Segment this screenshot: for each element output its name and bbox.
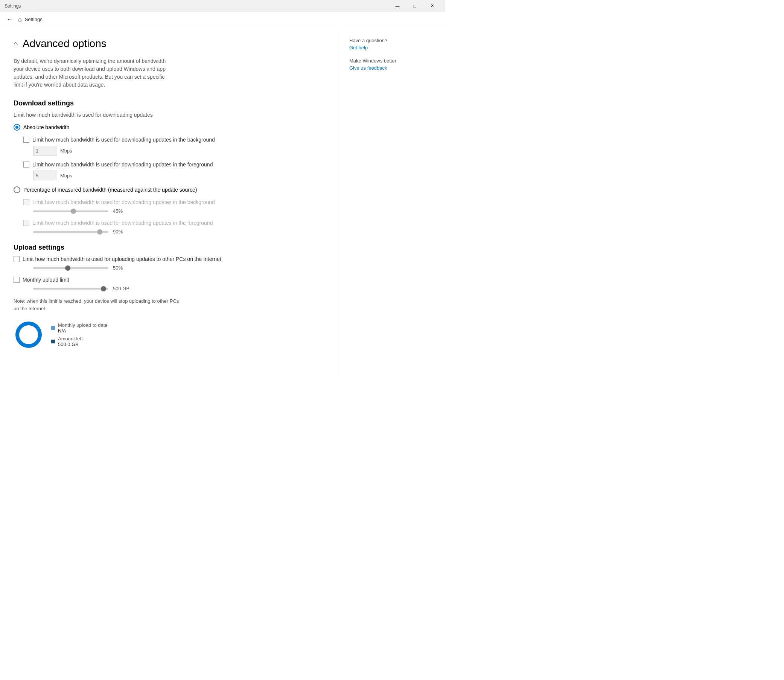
- sidebar-question: Have a question?: [349, 38, 436, 43]
- upload-heading: Upload settings: [14, 244, 326, 252]
- legend-amount: Amount left 500.0 GB: [51, 336, 108, 347]
- upload-slider-thumb[interactable]: [65, 266, 71, 271]
- legend-monthly: Monthly upload to date N/A: [51, 322, 108, 334]
- upload-value: 50%: [113, 265, 123, 271]
- monthly-slider-row: 500 GB: [33, 286, 326, 291]
- background-value-input[interactable]: [33, 146, 57, 156]
- foreground-unit: Mbps: [60, 173, 72, 178]
- upload-slider-track[interactable]: [33, 267, 108, 269]
- pct-foreground-slider-track[interactable]: [33, 231, 108, 233]
- pct-foreground-slider-thumb[interactable]: [97, 229, 102, 235]
- background-input-row: Mbps: [33, 146, 326, 156]
- page-title-row: ⌂ Advanced options: [14, 38, 326, 50]
- titlebar-title: Settings: [5, 3, 389, 9]
- main-layout: ⌂ Advanced options By default, we're dyn…: [0, 27, 445, 376]
- download-label: Limit how much bandwidth is used for dow…: [14, 112, 326, 118]
- upload-settings-section: Upload settings Limit how much bandwidth…: [14, 244, 326, 350]
- radio-percentage[interactable]: Percentage of measured bandwidth (measur…: [14, 186, 326, 193]
- pct-background-value: 45%: [113, 208, 123, 214]
- donut-area: Monthly upload to date N/A Amount left 5…: [14, 320, 326, 350]
- home-nav-icon[interactable]: ⌂: [18, 16, 22, 23]
- pct-checkbox-foreground[interactable]: Limit how much bandwidth is used for dow…: [24, 220, 326, 226]
- maximize-button[interactable]: □: [406, 0, 423, 12]
- monthly-slider-area: 500 GB: [33, 286, 326, 291]
- back-button[interactable]: ←: [5, 14, 15, 25]
- foreground-input-row: Mbps: [33, 170, 326, 180]
- radio-percentage-label: Percentage of measured bandwidth (measur…: [24, 187, 197, 193]
- pct-background-slider-track[interactable]: [33, 211, 108, 212]
- checkbox-monthly-box[interactable]: [14, 277, 20, 283]
- pct-background-slider-row: 45%: [33, 208, 326, 214]
- checkbox-background-box[interactable]: [24, 137, 29, 143]
- pct-background-slider-thumb[interactable]: [71, 209, 76, 214]
- titlebar: Settings — □ ✕: [0, 0, 445, 12]
- monthly-slider-track[interactable]: [33, 288, 108, 290]
- checkbox-upload-box[interactable]: [14, 256, 20, 262]
- checkbox-background-label: Limit how much bandwidth is used for dow…: [32, 137, 215, 143]
- legend-items: Monthly upload to date N/A Amount left 5…: [51, 322, 108, 347]
- checkbox-monthly[interactable]: Monthly upload limit: [14, 277, 326, 283]
- radio-percentage-circle: [14, 186, 20, 193]
- legend-amount-text: Amount left 500.0 GB: [58, 336, 83, 347]
- svg-point-0: [17, 323, 40, 346]
- pct-checkbox-background-label: Limit how much bandwidth is used for dow…: [32, 199, 215, 205]
- legend-amount-dot: [51, 340, 55, 343]
- checkbox-foreground-box[interactable]: [24, 162, 29, 168]
- pct-background-slider-area: 45%: [33, 208, 326, 214]
- legend-monthly-value: N/A: [58, 328, 108, 334]
- checkbox-upload-label: Limit how much bandwidth is used for upl…: [23, 256, 221, 262]
- upload-slider-area: 50%: [33, 265, 326, 271]
- legend-monthly-text: Monthly upload to date N/A: [58, 322, 108, 334]
- download-settings-section: Download settings Limit how much bandwid…: [14, 99, 326, 235]
- legend-amount-value: 500.0 GB: [58, 342, 83, 347]
- legend-amount-label: Amount left: [58, 336, 83, 342]
- sidebar: Have a question? Get help Make Windows b…: [340, 27, 445, 376]
- pct-checkbox-foreground-label: Limit how much bandwidth is used for dow…: [32, 220, 213, 226]
- sidebar-make-better: Make Windows better: [349, 58, 436, 64]
- pct-checkbox-background[interactable]: Limit how much bandwidth is used for dow…: [24, 199, 326, 205]
- checkbox-background[interactable]: Limit how much bandwidth is used for dow…: [24, 137, 326, 143]
- upload-slider-row: 50%: [33, 265, 326, 271]
- minimize-button[interactable]: —: [389, 0, 406, 12]
- pct-foreground-slider-row: 90%: [33, 229, 326, 235]
- close-button[interactable]: ✕: [423, 0, 441, 12]
- feedback-link[interactable]: Give us feedback: [349, 65, 436, 71]
- get-help-link[interactable]: Get help: [349, 45, 436, 50]
- pct-foreground-value: 90%: [113, 229, 123, 235]
- radio-absolute-label: Absolute bandwidth: [24, 124, 69, 130]
- page-description: By default, we're dynamically optimizing…: [14, 57, 175, 89]
- donut-chart: [14, 320, 44, 350]
- navbar: ← ⌂ Settings: [0, 12, 445, 27]
- navbar-title: Settings: [25, 17, 42, 22]
- checkbox-foreground-label: Limit how much bandwidth is used for dow…: [32, 162, 213, 168]
- monthly-value: 500 GB: [113, 286, 129, 291]
- pct-checkbox-background-box[interactable]: [24, 199, 29, 205]
- pct-foreground-slider-area: 90%: [33, 229, 326, 235]
- content-area: ⌂ Advanced options By default, we're dyn…: [0, 27, 340, 376]
- legend-monthly-dot: [51, 326, 55, 330]
- upload-note: Note: when this limit is reached, your d…: [14, 298, 179, 312]
- foreground-value-input[interactable]: [33, 170, 57, 180]
- pct-checkbox-foreground-box[interactable]: [24, 220, 29, 226]
- background-unit: Mbps: [60, 148, 72, 154]
- radio-absolute[interactable]: Absolute bandwidth: [14, 124, 326, 131]
- page-title: Advanced options: [23, 38, 107, 50]
- checkbox-monthly-label: Monthly upload limit: [23, 277, 69, 283]
- legend-monthly-label: Monthly upload to date: [58, 322, 108, 328]
- radio-absolute-circle: [14, 124, 20, 131]
- titlebar-controls: — □ ✕: [389, 0, 441, 12]
- download-heading: Download settings: [14, 99, 326, 107]
- checkbox-upload[interactable]: Limit how much bandwidth is used for upl…: [14, 256, 326, 262]
- checkbox-foreground[interactable]: Limit how much bandwidth is used for dow…: [24, 162, 326, 168]
- monthly-slider-thumb[interactable]: [101, 286, 106, 291]
- home-icon[interactable]: ⌂: [14, 39, 18, 48]
